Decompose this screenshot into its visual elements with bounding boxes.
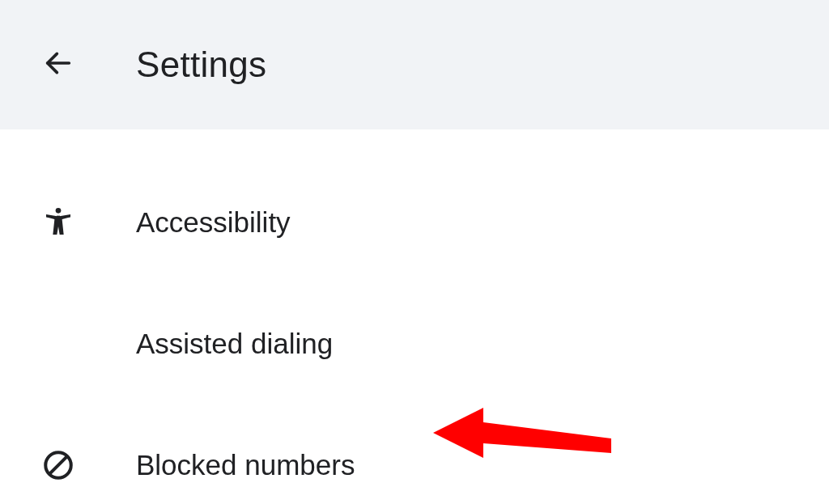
settings-list: Accessibility Assisted dialing Blocked n… xyxy=(0,129,829,504)
back-arrow-icon xyxy=(42,47,74,83)
settings-item-label: Accessibility xyxy=(136,206,291,239)
back-button[interactable] xyxy=(39,45,78,84)
settings-item-label: Blocked numbers xyxy=(136,449,355,481)
settings-item-assisted-dialing[interactable]: Assisted dialing xyxy=(0,283,829,404)
page-title: Settings xyxy=(136,44,266,85)
settings-item-accessibility[interactable]: Accessibility xyxy=(0,162,829,283)
settings-item-label: Assisted dialing xyxy=(136,328,333,360)
svg-point-1 xyxy=(56,208,62,214)
empty-icon xyxy=(39,324,78,363)
blocked-icon xyxy=(39,446,78,485)
accessibility-icon xyxy=(39,203,78,242)
svg-line-4 xyxy=(49,456,68,475)
header-bar: Settings xyxy=(0,0,829,129)
settings-item-blocked-numbers[interactable]: Blocked numbers xyxy=(0,404,829,504)
